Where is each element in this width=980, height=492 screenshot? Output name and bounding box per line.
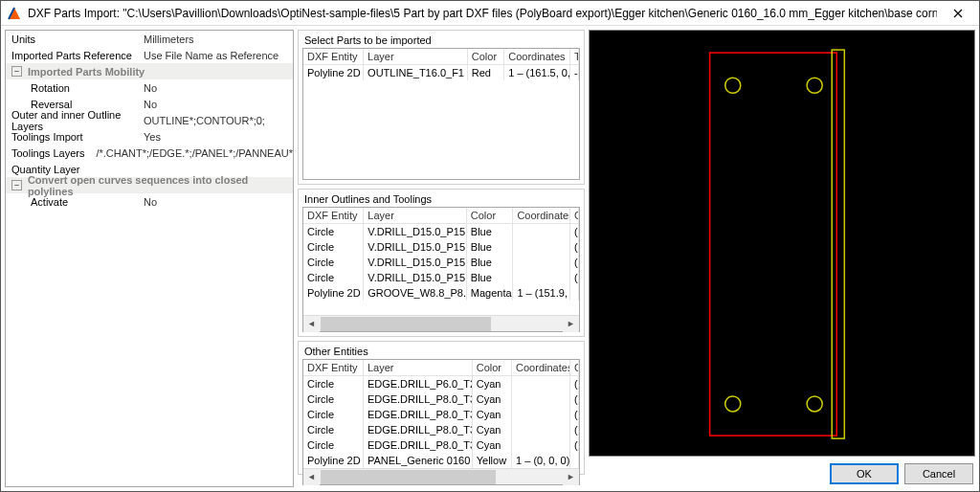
titlebar: DXF Parts Import: "C:\Users\Pavillion\Do… bbox=[1, 1, 979, 26]
table-cell: V.DRILL_D15.0_P15.0_F2 bbox=[364, 239, 466, 255]
preview-svg bbox=[590, 31, 974, 456]
table-row[interactable]: CircleV.DRILL_D15.0_P15.0_F2Blue(123.5 bbox=[303, 270, 579, 285]
cancel-button[interactable]: Cancel bbox=[904, 463, 973, 484]
table-cell: V.DRILL_D15.0_P15.0_F2 bbox=[364, 224, 466, 239]
scroll-left-icon[interactable]: ◄ bbox=[303, 469, 320, 485]
window: DXF Parts Import: "C:\Users\Pavillion\Do… bbox=[0, 0, 980, 492]
prop-units[interactable]: UnitsMillimeters bbox=[6, 31, 293, 47]
select-parts-table[interactable]: DXF EntityLayerColorCoordinatesThickness… bbox=[302, 48, 580, 180]
table-cell: Blue bbox=[467, 239, 514, 255]
table-cell: Polyline 2D bbox=[303, 65, 364, 80]
svg-rect-1 bbox=[832, 50, 844, 438]
svg-point-3 bbox=[807, 78, 822, 93]
table-cell: Circle bbox=[303, 239, 364, 255]
table-row[interactable]: CircleV.DRILL_D15.0_P15.0_F2Blue(19, 43 bbox=[303, 255, 579, 270]
table-cell: 1 – (161.5, 0, 0) bbox=[504, 65, 570, 80]
table-cell bbox=[512, 391, 570, 407]
table-cell: EDGE.DRILL_P8.0_T34.0 bbox=[364, 391, 473, 407]
group-title: Other Entities bbox=[302, 346, 580, 357]
prop-outline-layers[interactable]: Outer and inner Outline LayersOUTLINE*;C… bbox=[6, 112, 293, 128]
svg-point-4 bbox=[725, 396, 741, 412]
table-header: DXF EntityLayerColorCoordinatesCenter bbox=[303, 208, 579, 224]
table-cell: (19, 473, -6 bbox=[570, 422, 579, 437]
table-cell: GROOVE_W8.8_P8.0_F1 bbox=[364, 285, 466, 301]
table-row[interactable]: CircleV.DRILL_D15.0_P15.0_F2Blue(19, 34 bbox=[303, 224, 579, 239]
prop-toolings-layers[interactable]: Toolings Layers/*.CHANT*;/EDGE.*;/PANEL*… bbox=[6, 145, 293, 161]
table-cell bbox=[570, 285, 579, 301]
table-row[interactable]: CircleEDGE.DRILL_P8.0_T34.0Cyan(19, 0, -… bbox=[303, 391, 579, 407]
dxf-preview[interactable] bbox=[589, 30, 975, 457]
table-cell: Polyline 2D bbox=[303, 285, 364, 301]
prop-toolings-import[interactable]: Toolings ImportYes bbox=[6, 128, 293, 145]
table-cell bbox=[513, 239, 570, 255]
svg-rect-0 bbox=[710, 53, 837, 436]
ok-button[interactable]: OK bbox=[830, 463, 899, 484]
table-cell: (19, 34 bbox=[570, 224, 579, 239]
close-button[interactable] bbox=[937, 1, 979, 26]
group-title: Inner Outlines and Toolings bbox=[302, 193, 580, 205]
table-cell: (123.5 bbox=[570, 239, 579, 255]
table-cell: Cyan bbox=[473, 407, 512, 422]
table-cell: EDGE.DRILL_P8.0_T34.0 bbox=[364, 407, 473, 422]
scroll-right-icon[interactable]: ► bbox=[563, 316, 579, 332]
table-cell bbox=[570, 453, 579, 468]
table-row[interactable]: CircleEDGE.DRILL_P8.0_T34.0Cyan(123.5, 0… bbox=[303, 407, 579, 422]
table-row[interactable]: CircleEDGE.DRILL_P6.0_T20.0Cyan(93.5, 47… bbox=[303, 376, 579, 391]
inner-outlines-table[interactable]: DXF EntityLayerColorCoordinatesCenter Ci… bbox=[302, 207, 580, 332]
table-cell: V.DRILL_D15.0_P15.0_F2 bbox=[364, 255, 466, 270]
table-row[interactable]: CircleV.DRILL_D15.0_P15.0_F2Blue(123.5 bbox=[303, 239, 579, 255]
table-cell: Circle bbox=[303, 437, 364, 453]
table-cell bbox=[512, 422, 570, 437]
table-cell: Cyan bbox=[473, 422, 512, 437]
table-cell: V.DRILL_D15.0_P15.0_F2 bbox=[364, 270, 466, 285]
table-cell bbox=[513, 224, 570, 239]
table-cell: (123.5 bbox=[570, 270, 579, 285]
table-cell: PANEL_Generic 0160 bbox=[364, 453, 473, 468]
table-cell: Circle bbox=[303, 255, 364, 270]
table-cell: Red bbox=[468, 65, 504, 80]
table-cell: Circle bbox=[303, 407, 364, 422]
table-cell: EDGE.DRILL_P6.0_T20.0 bbox=[364, 376, 473, 391]
table-cell: EDGE.DRILL_P8.0_T34.0 bbox=[364, 422, 473, 437]
table-cell: Cyan bbox=[473, 437, 512, 453]
section-convert[interactable]: –Convert open curves sequences into clos… bbox=[6, 177, 293, 193]
properties-panel: UnitsMillimeters Imported Parts Referenc… bbox=[5, 30, 294, 487]
table-cell bbox=[512, 407, 570, 422]
other-entities-table[interactable]: DXF EntityLayerColorCoordinatesCenter Ci… bbox=[302, 359, 580, 485]
table-cell: Circle bbox=[303, 270, 364, 285]
table-cell bbox=[512, 376, 570, 391]
table-row[interactable]: CircleEDGE.DRILL_P8.0_T34.0Cyan(123.5, 4… bbox=[303, 437, 579, 453]
table-cell: Cyan bbox=[473, 376, 512, 391]
svg-point-5 bbox=[807, 396, 822, 412]
prop-activate[interactable]: ActivateNo bbox=[6, 193, 293, 210]
svg-point-2 bbox=[725, 78, 741, 93]
table-cell: Yellow bbox=[473, 453, 512, 468]
dialog-buttons: OK Cancel bbox=[589, 457, 975, 487]
table-cell: 1 – (0, 0, 0) bbox=[512, 453, 570, 468]
table-cell: OUTLINE_T16.0_F1 bbox=[364, 65, 468, 80]
table-cell: Magenta bbox=[467, 285, 514, 301]
table-cell: Circle bbox=[303, 224, 364, 239]
horizontal-scrollbar[interactable]: ◄► bbox=[303, 468, 579, 484]
prop-imported-reference[interactable]: Imported Parts ReferenceUse File Name as… bbox=[6, 47, 293, 63]
table-cell: Blue bbox=[467, 255, 514, 270]
scroll-right-icon[interactable]: ► bbox=[563, 469, 579, 485]
table-row[interactable]: Polyline 2DGROOVE_W8.8_P8.0_F1Magenta1 –… bbox=[303, 285, 579, 301]
table-cell: (19, 0, -6.5 bbox=[570, 391, 579, 407]
section-mobility[interactable]: –Imported Parts Mobility bbox=[6, 63, 293, 79]
table-cell: EDGE.DRILL_P8.0_T34.0 bbox=[364, 437, 473, 453]
table-header: DXF EntityLayerColorCoordinatesCenter bbox=[303, 360, 579, 376]
prop-rotation[interactable]: RotationNo bbox=[6, 79, 293, 96]
table-row[interactable]: Polyline 2DPANEL_Generic 0160Yellow1 – (… bbox=[303, 453, 579, 468]
table-row[interactable]: CircleEDGE.DRILL_P8.0_T34.0Cyan(19, 473,… bbox=[303, 422, 579, 437]
table-cell: Polyline 2D bbox=[303, 453, 364, 468]
horizontal-scrollbar[interactable]: ◄► bbox=[303, 315, 579, 331]
table-row[interactable]: Polyline 2DOUTLINE_T16.0_F1Red1 – (161.5… bbox=[303, 65, 579, 80]
collapse-icon: – bbox=[11, 66, 22, 77]
group-other-entities: Other Entities DXF EntityLayerColorCoord… bbox=[298, 341, 585, 475]
scroll-left-icon[interactable]: ◄ bbox=[303, 316, 320, 332]
table-cell: 1 – (151.9, -4, 0) bbox=[513, 285, 570, 301]
group-inner-outlines: Inner Outlines and Toolings DXF EntityLa… bbox=[298, 189, 585, 337]
table-cell bbox=[512, 437, 570, 453]
table-cell: (123.5, 473 bbox=[570, 437, 579, 453]
